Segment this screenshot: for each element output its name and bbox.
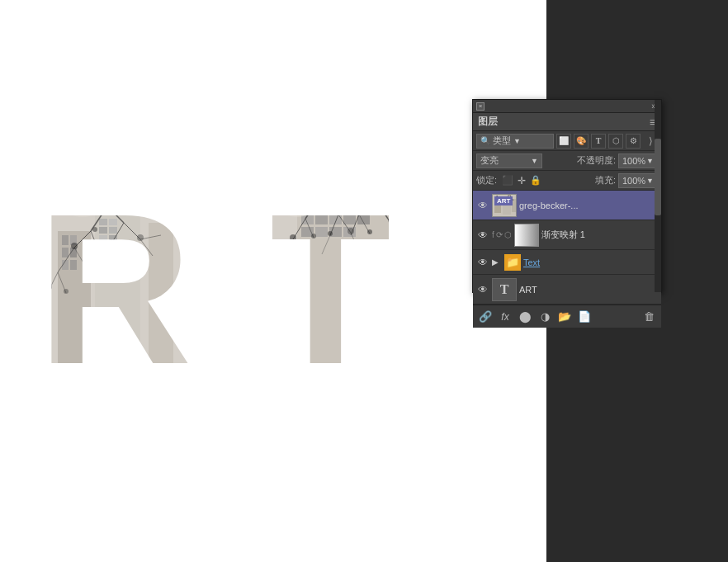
filter-label: 类型 [493, 135, 511, 147]
scrollbar-thumb [655, 139, 661, 215]
fx-link-icon: f [492, 230, 494, 239]
filter-icon-1[interactable]: ⬜ [556, 134, 571, 149]
filter-icons: ⬜ 🎨 T ⬡ ⚙ ⟩ [556, 134, 658, 149]
filter-icon-smart[interactable]: ⚙ [626, 134, 641, 149]
lock-art-icon[interactable]: 🔒 [530, 175, 541, 187]
layer-name-3: Text [523, 257, 658, 267]
opacity-value[interactable]: 100% ▼ [618, 153, 658, 168]
delete-button[interactable]: 🗑 [641, 309, 656, 324]
folder-arrow-icon: ▶ [492, 257, 502, 267]
art-badge: ART [494, 196, 513, 205]
layer-thumbnail-1: ART [492, 194, 517, 217]
blend-mode-row: 变亮 ▼ 不透明度: 100% ▼ [473, 151, 661, 171]
lock-position-icon[interactable]: ✛ [518, 175, 526, 187]
layer-row-greg-becker[interactable]: 👁 ART greg-becker-... [473, 191, 661, 220]
fill-arrow: ▼ [646, 177, 654, 185]
blend-mode-dropdown[interactable]: 变亮 ▼ [476, 153, 542, 168]
bottom-toolbar: 🔗 fx ⬤ ◑ 📂 📄 🗑 [473, 305, 661, 328]
panel-scrollbar[interactable] [655, 100, 661, 292]
filter-icon-2[interactable]: 🎨 [574, 134, 589, 149]
layer-visibility-icon-3[interactable]: 👁 [476, 256, 489, 269]
lock-icon-small: ⬡ [504, 230, 512, 239]
opacity-label: 不透明度: [577, 154, 616, 167]
half-circle-button[interactable]: ◑ [537, 309, 552, 324]
opacity-number: 100% [622, 156, 645, 166]
layer-row-art-text[interactable]: 👁 T ART [473, 275, 661, 305]
layers-container: 👁 ART greg-becker-... 👁 [473, 191, 661, 305]
panel-titlebar: × » [473, 100, 661, 113]
blend-arrow: ▼ [531, 157, 538, 165]
opacity-arrow: ▼ [646, 157, 654, 165]
new-layer-button[interactable]: 📄 [577, 309, 592, 324]
filter-arrow: ▼ [513, 137, 521, 145]
text-layer-icon: T [492, 278, 517, 301]
lock-row: 锁定: ⬛ ✛ 🔒 填充: 100% ▼ [473, 171, 661, 191]
panel-header: 图层 ≡ [473, 113, 661, 131]
lock-pixels-icon[interactable]: ⬛ [502, 175, 513, 187]
layer-row-text-folder[interactable]: 👁 ▶ 📁 Text [473, 250, 661, 275]
filter-icon: 🔍 [480, 136, 490, 145]
link-button[interactable]: 🔗 [478, 309, 493, 324]
lock-icons: ⬛ ✛ 🔒 [502, 175, 541, 187]
opacity-row: 不透明度: 100% ▼ [577, 153, 658, 168]
panel-title: 图层 [478, 115, 498, 129]
letter-t-display: T [272, 165, 421, 384]
blend-mode-value: 变亮 [480, 154, 499, 167]
fx-button[interactable]: fx [498, 309, 513, 324]
layer-visibility-icon-4[interactable]: 👁 [476, 283, 489, 296]
filter-icon-T[interactable]: T [591, 134, 606, 149]
fill-label: 填充: [595, 174, 616, 187]
layer-visibility-icon-1[interactable]: 👁 [476, 199, 489, 212]
smart-icon: ⟳ [496, 230, 503, 239]
layer-row-gradient[interactable]: 👁 f ⟳ ⬡ 渐变映射 1 [473, 220, 661, 250]
filter-row: 🔍 类型 ▼ ⬜ 🎨 T ⬡ ⚙ ⟩ [473, 131, 661, 151]
filter-type-dropdown[interactable]: 🔍 类型 ▼ [476, 134, 554, 149]
folder-icon: 📁 [504, 254, 521, 271]
layer-name-2: 渐变映射 1 [541, 229, 658, 241]
layer-name-1: greg-becker-... [519, 201, 658, 210]
layer-visibility-icon-2[interactable]: 👁 [476, 229, 489, 242]
layer-small-icons-2: f ⟳ ⬡ [492, 230, 512, 239]
new-group-button[interactable]: 📂 [557, 309, 572, 324]
panel-close-button[interactable]: × [476, 102, 485, 111]
fill-number: 100% [622, 176, 645, 186]
fill-row: 填充: 100% ▼ [595, 173, 658, 188]
canvas-area: R [0, 0, 546, 562]
adjustment-button[interactable]: ⬤ [518, 309, 532, 324]
fill-value[interactable]: 100% ▼ [618, 173, 658, 188]
lock-label: 锁定: [476, 174, 497, 187]
layer-name-4: ART [519, 285, 658, 295]
layers-panel: × » 图层 ≡ 🔍 类型 ▼ ⬜ 🎨 T ⬡ ⚙ ⟩ 变亮 ▼ 不透明度: [472, 99, 662, 293]
filter-icon-shape[interactable]: ⬡ [608, 134, 623, 149]
layer-thumbnail-2 [514, 224, 539, 247]
letter-r-display: R [41, 165, 248, 384]
